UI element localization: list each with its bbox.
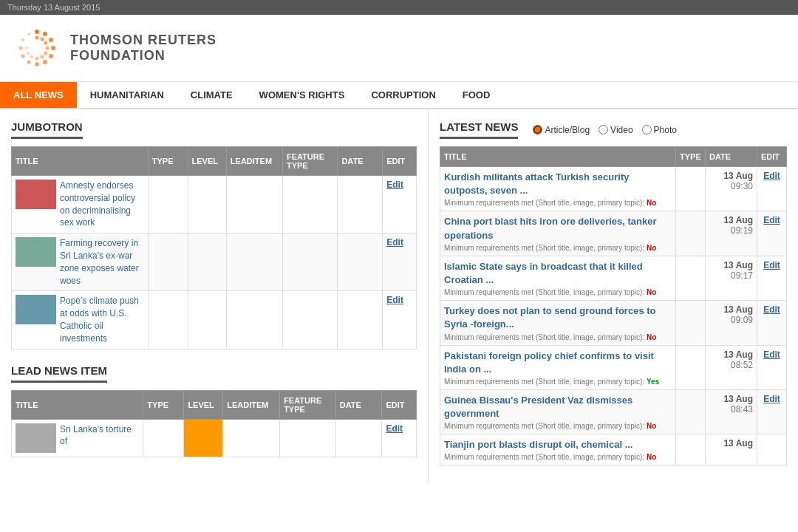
news-link[interactable]: Turkey does not plan to send ground forc… [444, 304, 672, 331]
edit-button[interactable]: Edit [763, 304, 780, 315]
th-date: DATE [338, 147, 383, 176]
th-date: DATE [706, 147, 757, 167]
svg-point-16 [44, 52, 48, 55]
news-link[interactable]: Pakistani foreign policy chief confirms … [444, 349, 672, 376]
svg-point-9 [19, 47, 23, 50]
edit-button[interactable]: Edit [763, 349, 780, 360]
table-row: Tianjin port blasts disrupt oil, chemica… [440, 434, 787, 466]
edit-button[interactable]: Edit [763, 215, 780, 225]
edit-button[interactable]: Edit [386, 180, 403, 190]
radio-article-blog[interactable] [533, 125, 542, 134]
type-cell [143, 419, 184, 457]
edit-cell: Edit [757, 256, 787, 300]
nav-climate[interactable]: CLIMATE [177, 82, 246, 108]
svg-point-21 [25, 47, 28, 50]
edit-cell: Edit [757, 345, 787, 389]
level-orange-cell [184, 419, 223, 457]
svg-point-10 [21, 38, 24, 41]
latest-news-header: LATEST NEWS Article/Blog Video Photo [440, 120, 787, 139]
svg-point-4 [49, 54, 53, 58]
radio-video[interactable] [598, 125, 608, 134]
featuretype-cell [280, 419, 336, 457]
news-meta: Minimum requirements met (Short title, i… [444, 244, 672, 252]
edit-cell: Edit [383, 233, 417, 291]
radio-photo[interactable] [642, 125, 652, 134]
nav-all-news[interactable]: ALL NEWS [0, 82, 77, 108]
leaditem-cell [226, 176, 282, 233]
news-title-cell: Guinea Bissau's President Vaz dismisses … [440, 389, 676, 434]
jumbotron-section: JUMBOTRON TITLE TYPE LEVEL LEADITEM FEAT… [11, 120, 417, 349]
date-display: Thursday 13 August 2015 [7, 3, 100, 12]
table-row: Turkey does not plan to send ground forc… [440, 301, 787, 345]
main-content: JUMBOTRON TITLE TYPE LEVEL LEADITEM FEAT… [0, 109, 798, 483]
level-cell [188, 233, 226, 291]
svg-point-11 [27, 33, 30, 35]
news-title-cell: Turkey does not plan to send ground forc… [440, 301, 676, 345]
edit-button[interactable]: Edit [763, 394, 780, 404]
header: THOMSON REUTERS FOUNDATION [0, 15, 798, 82]
meta-status: No [647, 422, 656, 430]
news-meta: Minimum requirements met (Short title, i… [444, 378, 672, 386]
svg-point-5 [43, 60, 47, 64]
article-title-cell: Amnesty endorses controversial policy on… [12, 176, 149, 233]
article-link[interactable]: Sri Lanka's torture of [60, 423, 139, 449]
news-meta: Minimum requirements met (Short title, i… [444, 422, 672, 430]
article-thumb [16, 237, 56, 267]
news-link[interactable]: Islamic State says in broadcast that it … [444, 260, 672, 287]
logo-text: THOMSON REUTERS FOUNDATION [70, 33, 216, 64]
article-title-cell: Pope's climate push at odds with U.S. Ca… [12, 291, 149, 349]
meta-status: No [647, 333, 656, 341]
article-link[interactable]: Amnesty endorses controversial policy on… [60, 180, 144, 229]
nav-womens-rights[interactable]: WOMEN'S RIGHTS [246, 82, 358, 108]
filter-article-blog[interactable]: Article/Blog [533, 125, 590, 135]
th-edit: EDIT [757, 147, 787, 167]
meta-status: No [647, 199, 656, 207]
th-title: TITLE [12, 147, 149, 176]
news-link[interactable]: China port blast hits iron ore deliverie… [444, 215, 672, 242]
edit-button[interactable]: Edit [386, 295, 403, 305]
edit-cell: Edit [383, 176, 417, 233]
featuretype-cell [282, 233, 338, 291]
meta-status: No [647, 288, 656, 296]
nav-humanitarian[interactable]: HUMANITARIAN [77, 82, 177, 108]
type-cell [676, 167, 706, 211]
article-title-cell: Farming recovery in Sri Lanka's ex-war z… [12, 233, 149, 291]
nav-food[interactable]: FOOD [449, 82, 504, 108]
th-leaditem: LEADITEM [223, 390, 280, 419]
nav-corruption[interactable]: CORRUPTION [358, 82, 449, 108]
meta-status: No [647, 244, 656, 252]
filter-photo[interactable]: Photo [642, 125, 677, 135]
news-link[interactable]: Kurdish militants attack Turkish securit… [444, 171, 672, 197]
lead-news-title: LEAD NEWS ITEM [11, 364, 107, 383]
date-cell: 13 Aug09:19 [706, 211, 757, 256]
th-level: LEVEL [184, 390, 223, 419]
th-edit: EDIT [382, 390, 417, 419]
edit-button[interactable]: Edit [386, 423, 403, 434]
th-date: DATE [335, 390, 382, 419]
th-level: LEVEL [188, 147, 226, 176]
article-thumb [16, 423, 56, 453]
news-link[interactable]: Tianjin port blasts disrupt oil, chemica… [444, 438, 672, 451]
article-thumb [16, 180, 56, 209]
edit-cell: Edit [757, 301, 787, 345]
main-nav: ALL NEWS HUMANITARIAN CLIMATE WOMEN'S RI… [0, 82, 798, 109]
article-link[interactable]: Farming recovery in Sri Lanka's ex-war z… [60, 237, 144, 287]
edit-button[interactable]: Edit [763, 171, 780, 181]
table-row: Sri Lanka's torture of Edit [12, 419, 417, 457]
edit-button[interactable]: Edit [386, 237, 403, 248]
news-link[interactable]: Guinea Bissau's President Vaz dismisses … [444, 394, 672, 420]
svg-point-6 [35, 62, 39, 66]
edit-cell: Edit [383, 291, 417, 349]
table-row: Islamic State says in broadcast that it … [440, 256, 787, 300]
date-cell: 13 Aug09:30 [706, 167, 757, 211]
filter-video[interactable]: Video [598, 125, 632, 135]
article-link[interactable]: Pope's climate push at odds with U.S. Ca… [60, 295, 144, 344]
date-cell: 13 Aug08:52 [706, 345, 757, 389]
th-featuretype: FEATURE TYPE [282, 147, 338, 176]
news-title-cell: Kurdish militants attack Turkish securit… [440, 167, 676, 211]
news-title-cell: Tianjin port blasts disrupt oil, chemica… [440, 434, 676, 466]
edit-cell: Edit [757, 167, 787, 211]
edit-cell: Edit [757, 389, 787, 434]
edit-button[interactable]: Edit [763, 260, 780, 270]
svg-point-12 [35, 36, 39, 40]
